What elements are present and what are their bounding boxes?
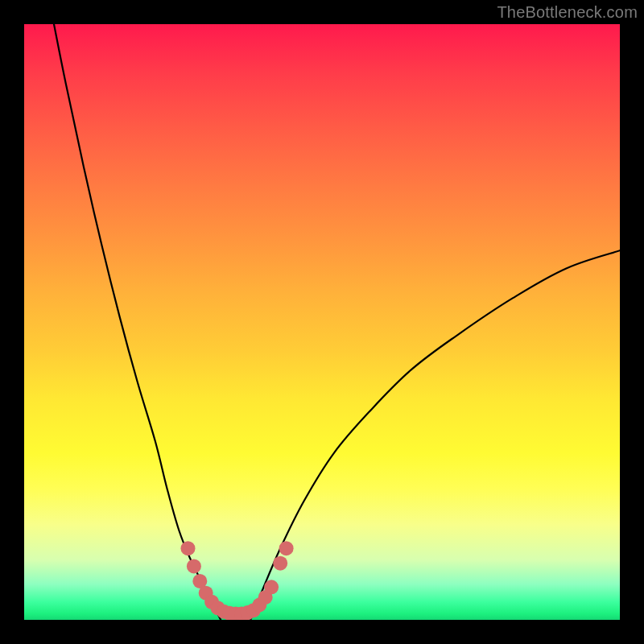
chart-frame: TheBottleneck.com	[0, 0, 644, 644]
highlight-dot	[279, 541, 294, 555]
left-curve	[54, 24, 221, 620]
plot-area	[24, 24, 620, 620]
watermark-text: TheBottleneck.com	[497, 3, 638, 22]
curve-overlay	[24, 24, 620, 620]
right-curve	[250, 250, 620, 620]
highlight-dot	[187, 559, 201, 573]
highlight-dot	[264, 580, 279, 594]
highlight-dot	[181, 541, 196, 555]
highlight-dot	[273, 556, 287, 571]
